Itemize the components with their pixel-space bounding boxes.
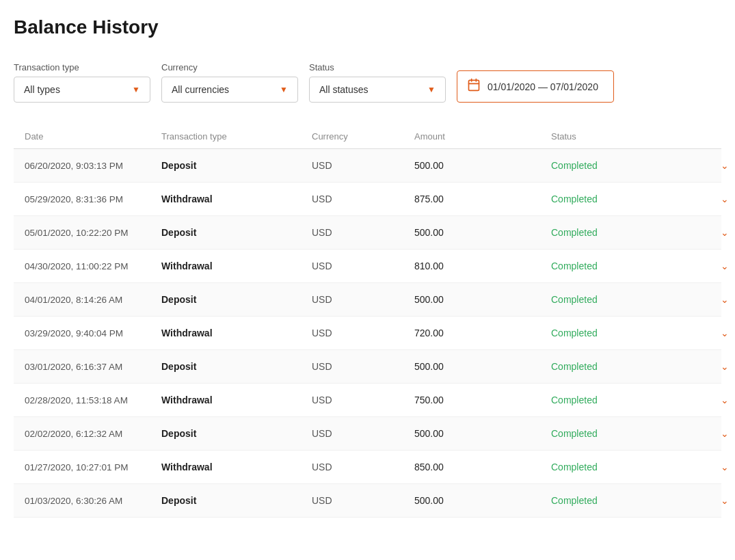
cell-amount: 500.00 — [414, 227, 551, 238]
expand-row-button[interactable]: ⌄ — [688, 495, 729, 506]
expand-row-button[interactable]: ⌄ — [688, 294, 729, 305]
cell-type: Deposit — [161, 428, 312, 439]
table-row: 03/29/2020, 9:40:04 PM Withdrawal USD 72… — [14, 317, 721, 350]
cell-status: Completed — [551, 361, 688, 372]
currency-chevron-down-icon: ▼ — [280, 85, 288, 94]
chevron-down-icon: ⌄ — [721, 428, 729, 439]
chevron-down-icon: ⌄ — [721, 261, 729, 271]
cell-type: Withdrawal — [161, 395, 312, 405]
cell-amount: 500.00 — [414, 294, 551, 305]
date-range-value: 01/01/2020 — 07/01/2020 — [487, 81, 598, 92]
col-header-amount: Amount — [414, 131, 551, 142]
cell-amount: 750.00 — [414, 395, 551, 405]
cell-date: 03/01/2020, 6:16:37 AM — [25, 362, 161, 372]
table-row: 05/29/2020, 8:31:36 PM Withdrawal USD 87… — [14, 183, 721, 216]
expand-row-button[interactable]: ⌄ — [688, 160, 729, 171]
currency-value: All currencies — [172, 84, 229, 95]
cell-amount: 500.00 — [414, 428, 551, 439]
svg-rect-0 — [469, 80, 479, 90]
col-header-currency: Currency — [312, 131, 414, 142]
cell-amount: 500.00 — [414, 160, 551, 171]
chevron-down-icon: ⌄ — [721, 328, 729, 338]
cell-date: 02/02/2020, 6:12:32 AM — [25, 429, 161, 439]
col-header-expand — [688, 131, 729, 142]
cell-amount: 720.00 — [414, 328, 551, 338]
expand-row-button[interactable]: ⌄ — [688, 194, 729, 204]
cell-type: Deposit — [161, 160, 312, 171]
cell-status: Completed — [551, 194, 688, 204]
expand-row-button[interactable]: ⌄ — [688, 261, 729, 271]
cell-status: Completed — [551, 428, 688, 439]
currency-select[interactable]: All currencies ▼ — [161, 77, 298, 103]
table-row: 01/03/2020, 6:30:26 AM Deposit USD 500.0… — [14, 484, 721, 518]
transaction-type-filter: Transaction type All types ▼ — [14, 62, 150, 103]
cell-type: Deposit — [161, 361, 312, 372]
chevron-down-icon: ⌄ — [721, 395, 729, 405]
cell-currency: USD — [312, 462, 414, 472]
chevron-down-icon: ⌄ — [721, 462, 729, 472]
filters-row: Transaction type All types ▼ Currency Al… — [14, 57, 721, 103]
cell-status: Completed — [551, 160, 688, 171]
cell-currency: USD — [312, 395, 414, 405]
table-body: 06/20/2020, 9:03:13 PM Deposit USD 500.0… — [14, 149, 721, 518]
expand-row-button[interactable]: ⌄ — [688, 428, 729, 439]
cell-currency: USD — [312, 428, 414, 439]
cell-date: 04/30/2020, 11:00:22 PM — [25, 261, 161, 271]
cell-amount: 875.00 — [414, 194, 551, 204]
status-select[interactable]: All statuses ▼ — [309, 77, 446, 103]
cell-type: Deposit — [161, 227, 312, 238]
chevron-down-icon: ⌄ — [721, 227, 729, 238]
transaction-type-chevron-down-icon: ▼ — [132, 85, 140, 94]
expand-row-button[interactable]: ⌄ — [688, 227, 729, 238]
expand-row-button[interactable]: ⌄ — [688, 462, 729, 472]
table-row: 03/01/2020, 6:16:37 AM Deposit USD 500.0… — [14, 350, 721, 384]
cell-currency: USD — [312, 361, 414, 372]
cell-amount: 810.00 — [414, 261, 551, 271]
transaction-type-select[interactable]: All types ▼ — [14, 77, 150, 103]
cell-currency: USD — [312, 194, 414, 204]
cell-status: Completed — [551, 395, 688, 405]
col-header-status: Status — [551, 131, 688, 142]
cell-date: 02/28/2020, 11:53:18 AM — [25, 395, 161, 405]
date-range-picker[interactable]: 01/01/2020 — 07/01/2020 — [457, 70, 614, 103]
cell-status: Completed — [551, 261, 688, 271]
status-value: All statuses — [319, 84, 369, 95]
chevron-down-icon: ⌄ — [721, 160, 729, 171]
cell-status: Completed — [551, 227, 688, 238]
table-row: 04/30/2020, 11:00:22 PM Withdrawal USD 8… — [14, 250, 721, 283]
cell-type: Deposit — [161, 294, 312, 305]
cell-currency: USD — [312, 294, 414, 305]
status-filter: Status All statuses ▼ — [309, 62, 446, 103]
cell-date: 03/29/2020, 9:40:04 PM — [25, 328, 161, 338]
cell-type: Withdrawal — [161, 261, 312, 271]
cell-status: Completed — [551, 328, 688, 338]
status-chevron-down-icon: ▼ — [427, 85, 436, 94]
cell-status: Completed — [551, 462, 688, 472]
chevron-down-icon: ⌄ — [721, 294, 729, 305]
col-header-type: Transaction type — [161, 131, 312, 142]
cell-date: 05/29/2020, 8:31:36 PM — [25, 194, 161, 204]
cell-date: 05/01/2020, 10:22:20 PM — [25, 228, 161, 238]
cell-currency: USD — [312, 495, 414, 506]
expand-row-button[interactable]: ⌄ — [688, 395, 729, 405]
cell-type: Withdrawal — [161, 194, 312, 204]
table-row: 04/01/2020, 8:14:26 AM Deposit USD 500.0… — [14, 283, 721, 317]
col-header-date: Date — [25, 131, 161, 142]
cell-amount: 500.00 — [414, 361, 551, 372]
table-row: 01/27/2020, 10:27:01 PM Withdrawal USD 8… — [14, 451, 721, 484]
table-row: 02/02/2020, 6:12:32 AM Deposit USD 500.0… — [14, 417, 721, 451]
cell-date: 01/03/2020, 6:30:26 AM — [25, 496, 161, 506]
cell-amount: 850.00 — [414, 462, 551, 472]
currency-filter: Currency All currencies ▼ — [161, 62, 298, 103]
expand-row-button[interactable]: ⌄ — [688, 361, 729, 372]
cell-date: 04/01/2020, 8:14:26 AM — [25, 295, 161, 305]
table-row: 06/20/2020, 9:03:13 PM Deposit USD 500.0… — [14, 149, 721, 183]
cell-status: Completed — [551, 495, 688, 506]
transaction-type-value: All types — [24, 84, 60, 95]
cell-date: 01/27/2020, 10:27:01 PM — [25, 462, 161, 472]
cell-type: Deposit — [161, 495, 312, 506]
expand-row-button[interactable]: ⌄ — [688, 328, 729, 338]
cell-currency: USD — [312, 261, 414, 271]
currency-label: Currency — [161, 62, 298, 72]
chevron-down-icon: ⌄ — [721, 361, 729, 372]
